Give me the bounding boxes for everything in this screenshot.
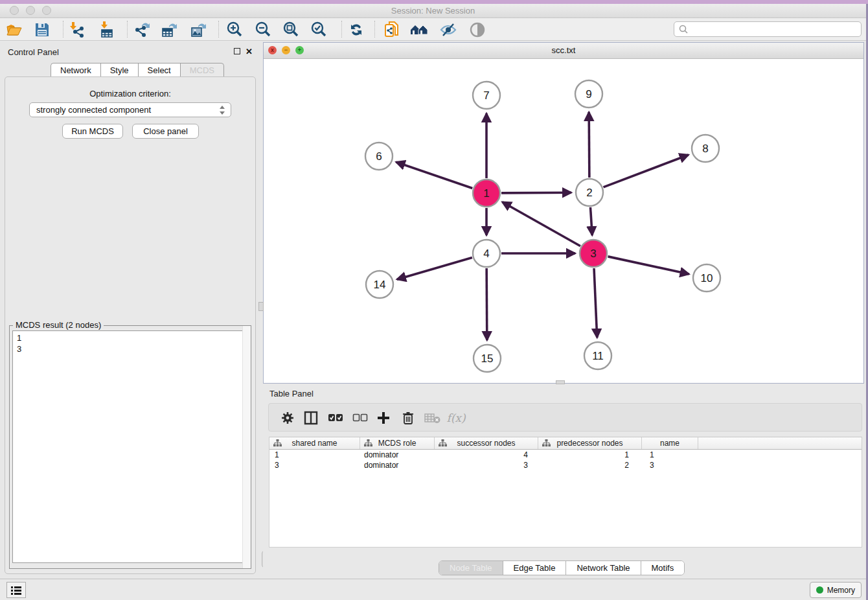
show-all-icon[interactable]: [467, 19, 488, 40]
add-column-icon[interactable]: [375, 410, 392, 426]
attribute-tree-icon: [273, 439, 282, 447]
mcds-result-group: MCDS result (2 nodes) 1 3: [9, 325, 251, 569]
table-cell[interactable]: 3: [435, 460, 538, 470]
minimize-window-button[interactable]: [26, 6, 35, 15]
select-all-columns-icon[interactable]: [327, 410, 344, 426]
table-cell[interactable]: 1: [538, 450, 642, 460]
graph-edge-3-1[interactable]: [502, 202, 580, 246]
graph-edge-3-10[interactable]: [608, 257, 689, 274]
tab-edge-table[interactable]: Edge Table: [503, 561, 567, 575]
tab-network-table[interactable]: Network Table: [566, 561, 641, 575]
zoom-selected-icon[interactable]: [308, 19, 329, 40]
network-canvas[interactable]: 7968124314101511: [264, 59, 863, 383]
mcds-result-text[interactable]: 1 3: [12, 330, 248, 563]
delete-columns-icon[interactable]: [400, 410, 417, 426]
delete-table-icon: [424, 410, 441, 426]
table-cell[interactable]: 2: [538, 460, 642, 470]
tab-motifs[interactable]: Motifs: [641, 561, 685, 575]
run-mcds-button[interactable]: Run MCDS: [62, 124, 123, 139]
network-minimize-button[interactable]: −: [282, 46, 290, 54]
open-file-icon[interactable]: [4, 19, 25, 40]
toolbar-separator: [127, 21, 128, 38]
graph-node-label-11: 11: [592, 350, 604, 362]
table-cell[interactable]: 1: [642, 450, 698, 460]
export-network-icon[interactable]: [131, 19, 152, 40]
close-window-button[interactable]: [10, 6, 19, 15]
graph-node-label-3: 3: [590, 248, 596, 260]
zoom-out-icon[interactable]: [253, 19, 273, 40]
mcds-result-title: MCDS result (2 nodes): [13, 320, 104, 330]
toolbar-separator: [374, 21, 375, 38]
hide-selected-icon[interactable]: [438, 19, 459, 40]
save-session-icon[interactable]: [32, 19, 52, 40]
table-cell[interactable]: 3: [269, 460, 360, 470]
graph-edge-1-6[interactable]: [396, 162, 472, 188]
vertical-split-handle[interactable]: [258, 302, 264, 311]
graph-edge-3-11[interactable]: [594, 268, 597, 338]
column-panel-icon[interactable]: [303, 410, 319, 426]
zoom-fit-icon[interactable]: [280, 19, 301, 40]
search-input[interactable]: [689, 23, 861, 35]
zoom-in-icon[interactable]: [224, 19, 245, 40]
graph-edge-2-9[interactable]: [589, 112, 589, 178]
graph-edge-2-8[interactable]: [604, 155, 689, 187]
maximize-window-button[interactable]: [42, 6, 51, 15]
horizontal-split-handle[interactable]: [556, 380, 565, 384]
table-cell[interactable]: 1: [269, 450, 360, 460]
column-header-mcds-role[interactable]: MCDS role: [360, 437, 435, 449]
network-view-window: x − + scc.txt 7968124314101511: [263, 42, 864, 384]
tab-node-table[interactable]: Node Table: [439, 561, 503, 575]
window-title: Session: New Session: [0, 4, 866, 17]
column-header-successor-nodes[interactable]: successor nodes: [435, 437, 538, 449]
first-neighbors-icon[interactable]: [409, 19, 430, 40]
criterion-value: strongly connected component: [36, 105, 151, 115]
export-table-icon[interactable]: [159, 19, 180, 40]
column-header-shared-name[interactable]: shared name: [269, 437, 360, 449]
tab-network[interactable]: Network: [51, 63, 100, 77]
graph-edge-4-15[interactable]: [486, 268, 487, 340]
control-panel-title: Control Panel: [8, 47, 59, 57]
import-table-icon[interactable]: [97, 19, 117, 40]
result-scrollbar[interactable]: [242, 326, 251, 568]
control-panel-header: Control Panel ✕: [0, 42, 260, 62]
graph-node-label-2: 2: [586, 187, 592, 199]
graph-node-label-1: 1: [483, 187, 489, 200]
column-header-predecessor-nodes[interactable]: predecessor nodes: [538, 437, 642, 449]
table-row[interactable]: 3dominator323: [269, 460, 862, 470]
table-cell[interactable]: dominator: [360, 450, 435, 460]
show-panels-button[interactable]: [6, 582, 26, 598]
settings-gear-icon[interactable]: [279, 410, 296, 426]
clone-network-icon[interactable]: [382, 19, 402, 40]
control-panel-tabs: Network Style Select MCDS: [51, 63, 224, 77]
close-panel-icon[interactable]: ✕: [246, 47, 253, 56]
tab-mcds[interactable]: MCDS: [180, 63, 224, 77]
table-cell[interactable]: 4: [435, 450, 538, 460]
memory-button[interactable]: Memory: [810, 582, 862, 598]
function-builder-icon: f(x): [448, 410, 464, 426]
refresh-icon[interactable]: [346, 19, 367, 40]
network-window-titlebar[interactable]: x − + scc.txt: [264, 43, 863, 59]
table-cell[interactable]: 3: [642, 460, 698, 470]
graph-edge-4-14[interactable]: [397, 257, 472, 279]
toolbar-separator: [218, 21, 219, 38]
control-panel: Control Panel ✕ Network Style Select MCD…: [0, 42, 260, 579]
export-image-icon[interactable]: [188, 19, 209, 40]
table-toolbar: f(x): [268, 403, 862, 432]
unselect-all-columns-icon[interactable]: [352, 410, 369, 426]
graph-edge-1-2[interactable]: [501, 192, 571, 193]
criterion-dropdown[interactable]: strongly connected component: [29, 102, 231, 117]
table-cell[interactable]: dominator: [360, 460, 435, 470]
table-body: 1dominator4113dominator323: [269, 450, 862, 470]
graph-edge-2-3[interactable]: [590, 207, 592, 235]
float-panel-icon[interactable]: [234, 48, 240, 54]
column-header-name[interactable]: name: [642, 437, 698, 449]
network-close-button[interactable]: x: [268, 46, 277, 54]
close-panel-button[interactable]: Close panel: [132, 124, 199, 139]
table-row[interactable]: 1dominator411: [269, 450, 862, 460]
network-maximize-button[interactable]: +: [295, 46, 304, 54]
tab-select[interactable]: Select: [138, 63, 180, 77]
search-field[interactable]: [674, 21, 862, 37]
attribute-tree-icon: [542, 439, 551, 447]
import-network-icon[interactable]: [67, 19, 87, 40]
tab-style[interactable]: Style: [100, 63, 138, 77]
